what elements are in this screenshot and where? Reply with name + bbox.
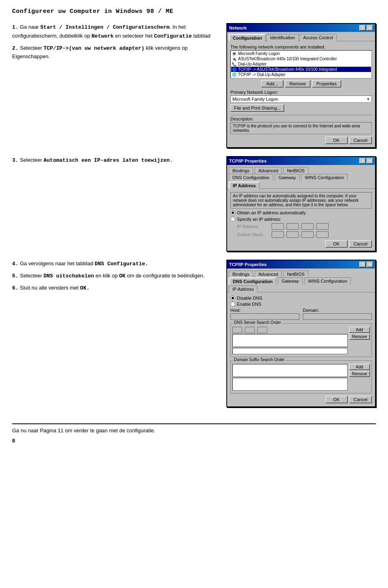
network-dialog: Network ? ✕ Configuration Identification… bbox=[226, 23, 376, 148]
subnet-field-2[interactable] bbox=[287, 231, 299, 238]
close-button[interactable]: ✕ bbox=[367, 25, 373, 31]
dns-ip-1[interactable] bbox=[232, 327, 242, 333]
ip-field-3[interactable] bbox=[302, 223, 314, 230]
tcpip-titlebar-buttons: ? ✕ bbox=[359, 158, 373, 164]
properties-button[interactable]: Properties bbox=[312, 80, 341, 87]
tcpip-dns-tabs-row2: DNS Configuration Gateway WINS Configura… bbox=[227, 277, 375, 292]
radio-specify: Specify an IP address: bbox=[230, 217, 372, 222]
tcpip-ok-button[interactable]: OK bbox=[325, 240, 348, 247]
tab-configuration[interactable]: Configuration bbox=[229, 34, 266, 41]
host-domain-row: Host: Domain: bbox=[230, 308, 372, 320]
primary-logon-value: Microsoft Family Logon bbox=[232, 97, 278, 102]
tcpip-dns-tabs-row1: Bindings Advanced NetBIOS bbox=[227, 269, 375, 277]
tab-advanced[interactable]: Advanced bbox=[255, 167, 282, 174]
subnet-mask-fields: . . . bbox=[272, 231, 329, 238]
tcpip-dns-cancel-button[interactable]: Cancel bbox=[349, 396, 372, 403]
step-4: 4. Ga vervolgens naar het tabblad DNS Co… bbox=[12, 260, 214, 269]
host-input[interactable] bbox=[230, 313, 299, 320]
primary-logon-dropdown[interactable]: Microsoft Family Logon ▼ bbox=[230, 95, 372, 103]
subnet-field-1[interactable] bbox=[272, 231, 284, 238]
dns-tab-netbios[interactable]: NetBIOS bbox=[283, 271, 308, 277]
radio-specify-icon[interactable] bbox=[230, 217, 235, 222]
dropdown-arrow: ▼ bbox=[367, 97, 370, 101]
radio-obtain-label: Obtain an IP address automatically bbox=[237, 210, 306, 215]
tcpip-dns-close-button[interactable]: ✕ bbox=[367, 262, 373, 267]
tab-netbios[interactable]: NetBIOS bbox=[283, 167, 308, 174]
tcpip-help-button[interactable]: ? bbox=[359, 158, 366, 164]
row-2: 3. Selecteer Automatisch een IP-adres la… bbox=[12, 156, 376, 252]
tab-wins-config[interactable]: WINS Configuration bbox=[301, 174, 348, 181]
step-6: 6. Sluit nu alle vensters met OK. bbox=[12, 284, 214, 293]
dns-tab-gateway[interactable]: Gateway bbox=[278, 277, 302, 285]
tcpip-dns-help-button[interactable]: ? bbox=[359, 262, 366, 267]
dns-server-list-box[interactable] bbox=[232, 334, 348, 347]
tab-dns-config[interactable]: DNS Configuration bbox=[229, 174, 273, 181]
domain-suffix-list-area: Add Remove bbox=[232, 364, 370, 391]
ip-address-fields: . . . bbox=[272, 223, 329, 230]
list-item-tcpip-dialup: 🌐 TCP/IP -> Dial-Up Adapter bbox=[231, 72, 371, 77]
dns-ip-2[interactable] bbox=[245, 327, 255, 333]
network-cancel-button[interactable]: Cancel bbox=[349, 137, 372, 144]
footer-label: Ga nu naar Pagina 11 om verder te gaan m… bbox=[12, 427, 155, 434]
step-5: 5. Selecteer DNS uitschakelen en klik op… bbox=[12, 272, 214, 281]
subnet-field-4[interactable] bbox=[316, 231, 329, 238]
installed-label: The following network components are ins… bbox=[230, 44, 372, 49]
dns-tab-wins-config[interactable]: WINS Configuration bbox=[304, 277, 351, 285]
tcpip-dns-dialog: TCP/IP Properties ? ✕ Bindings Advanced … bbox=[226, 260, 376, 407]
dns-enable-label: Enable DNS bbox=[237, 302, 261, 307]
tcpip-dns-ok-button[interactable]: OK bbox=[325, 396, 348, 403]
domain-suffix-remove-button[interactable]: Remove bbox=[349, 371, 370, 377]
list-item-dialup: 📞 Dial-Up Adapter bbox=[231, 61, 371, 67]
domain-suffix-add-button[interactable]: Add bbox=[349, 364, 370, 370]
tab-bindings[interactable]: Bindings bbox=[229, 167, 253, 174]
dns-tab-dns-config[interactable]: DNS Configuration bbox=[229, 277, 276, 285]
description-text: TCP/IP is the protocol you use to connec… bbox=[230, 122, 372, 134]
subnet-mask-label: Subnet Mask: bbox=[237, 232, 269, 237]
titlebar-buttons: ? ✕ bbox=[359, 25, 373, 31]
file-print-button[interactable]: File and Print Sharing... bbox=[230, 104, 284, 112]
tcpip-titlebar: TCP/IP Properties ? ✕ bbox=[227, 157, 375, 165]
subnet-field-3[interactable] bbox=[302, 231, 314, 238]
dns-tab-advanced[interactable]: Advanced bbox=[255, 271, 282, 277]
dns-server-search-order-box: DNS Server Search Order . . bbox=[230, 323, 372, 357]
dns-search-list-area: . . Add bbox=[232, 327, 370, 355]
dns-disable-radio[interactable] bbox=[230, 296, 235, 300]
help-button[interactable]: ? bbox=[359, 25, 366, 31]
tcpip-close-button[interactable]: ✕ bbox=[367, 158, 373, 164]
tcpip-content: An IP address can be automatically assig… bbox=[227, 189, 375, 251]
dns-server-list-box-2[interactable] bbox=[232, 348, 348, 354]
network-titlebar: Network ? ✕ bbox=[227, 24, 375, 32]
tab-ip-address[interactable]: IP Address bbox=[229, 182, 259, 189]
tcpip-tabs-row2: DNS Configuration Gateway WINS Configura… bbox=[227, 173, 375, 189]
tab-gateway[interactable]: Gateway bbox=[275, 174, 299, 181]
step-2: 2. Selecteer TCP/IP->(van uw netwerk ada… bbox=[12, 44, 214, 61]
tcpip-dialog-col: TCP/IP Properties ? ✕ Bindings Advanced … bbox=[226, 156, 376, 252]
dns-search-list: . . bbox=[232, 327, 348, 355]
domain-input[interactable] bbox=[303, 313, 372, 320]
network-ok-button[interactable]: OK bbox=[325, 137, 348, 144]
network-components-list[interactable]: 💻 Microsoft Family Logon 🔌 ASUSTeK/Broad… bbox=[230, 50, 372, 78]
tab-access-control[interactable]: Access Control bbox=[299, 34, 337, 41]
dns-tab-bindings[interactable]: Bindings bbox=[229, 271, 253, 277]
radio-obtain-icon[interactable] bbox=[230, 210, 235, 215]
step-1-num: 1. bbox=[12, 24, 19, 30]
add-button[interactable]: Add... bbox=[261, 80, 283, 87]
dns-search-add-button[interactable]: Add bbox=[349, 327, 370, 333]
tcpip-cancel-button[interactable]: Cancel bbox=[349, 240, 372, 247]
domain-suffix-list-box-2[interactable] bbox=[232, 378, 348, 391]
dns-enable-radio[interactable] bbox=[230, 302, 235, 307]
tab-identification[interactable]: Identification bbox=[266, 34, 299, 41]
ip-field-4[interactable] bbox=[316, 223, 329, 230]
steps-col-1: 1. Ga naar Start / Instellingen / Config… bbox=[12, 23, 218, 64]
tcpip-tabs-row1: Bindings Advanced NetBIOS bbox=[227, 165, 375, 173]
steps-col-3: 4. Ga vervolgens naar het tabblad DNS Co… bbox=[12, 260, 218, 296]
domain-suffix-list-box-1[interactable] bbox=[232, 364, 348, 377]
ip-field-1[interactable] bbox=[272, 223, 284, 230]
ip-field-2[interactable] bbox=[287, 223, 299, 230]
dns-ip-fields: . . bbox=[232, 327, 267, 333]
dns-ip-3[interactable] bbox=[257, 327, 267, 333]
remove-button[interactable]: Remove bbox=[285, 80, 310, 87]
dns-tab-ip-address[interactable]: IP Address bbox=[229, 286, 257, 292]
dns-search-remove-button[interactable]: Remove bbox=[349, 334, 370, 340]
domain-suffix-list bbox=[232, 364, 348, 391]
